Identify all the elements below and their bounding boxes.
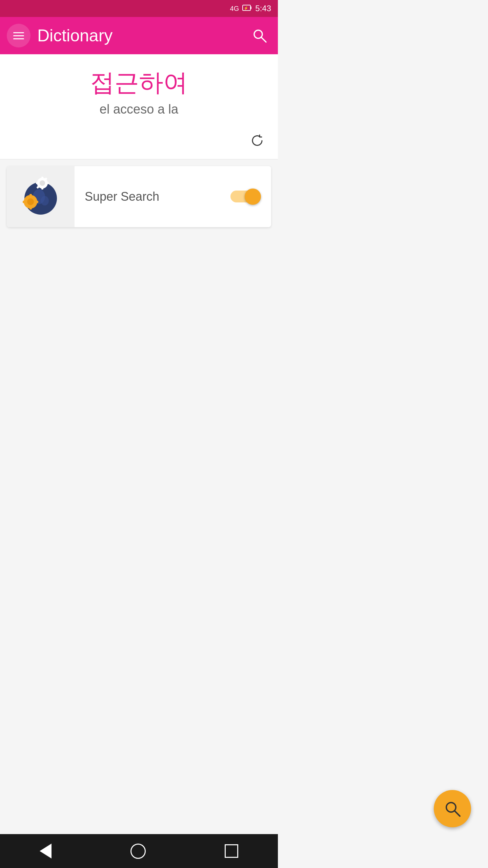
refresh-area [0,127,278,159]
refresh-icon [250,134,264,148]
main-content: 접근하여 el acceso a la [0,54,278,868]
svg-rect-19 [29,206,32,210]
card-content: Super Search [75,181,271,212]
nav-home-button[interactable] [127,840,149,862]
svg-point-7 [41,196,49,205]
empty-space [0,534,278,834]
refresh-button[interactable] [247,130,268,152]
search-appbar-button[interactable] [248,24,271,47]
super-search-card-icon [20,176,61,217]
menu-button[interactable] [7,24,30,47]
hamburger-line-2 [13,35,24,36]
svg-line-4 [261,37,266,42]
battery-icon: ⚡ [242,4,252,13]
nav-recent-button[interactable] [221,841,242,861]
home-icon [130,844,146,859]
card-area: Super Search [0,159,278,534]
app-bar: Dictionary [0,17,278,54]
time-display: 5:43 [255,4,271,13]
svg-rect-1 [250,6,251,9]
app-title: Dictionary [37,26,248,45]
status-bar: 4G ⚡ 5:43 [0,0,278,17]
search-icon [251,27,268,44]
super-search-card: Super Search [7,166,271,227]
hamburger-line-3 [13,38,24,39]
svg-point-9 [40,180,45,186]
nav-back-button[interactable] [36,840,55,862]
svg-rect-18 [29,194,32,197]
svg-point-17 [27,198,34,205]
svg-text:⚡: ⚡ [244,6,248,11]
svg-rect-13 [36,182,39,184]
svg-rect-21 [23,201,26,203]
svg-rect-12 [46,182,49,184]
word-display: 접근하여 el acceso a la [0,54,278,127]
svg-rect-11 [41,187,43,190]
svg-rect-10 [41,177,43,179]
signal-icon: 4G [230,5,239,13]
super-search-label: Super Search [85,190,159,204]
toggle-thumb [245,189,261,205]
super-search-toggle[interactable] [230,188,261,205]
korean-word: 접근하여 [10,68,268,97]
back-icon [40,844,52,859]
svg-rect-20 [35,201,38,203]
translation-text: el acceso a la [10,102,268,117]
card-icon-area [7,166,75,227]
recent-icon [225,844,238,858]
nav-bar [0,834,278,868]
hamburger-line-1 [13,32,24,33]
